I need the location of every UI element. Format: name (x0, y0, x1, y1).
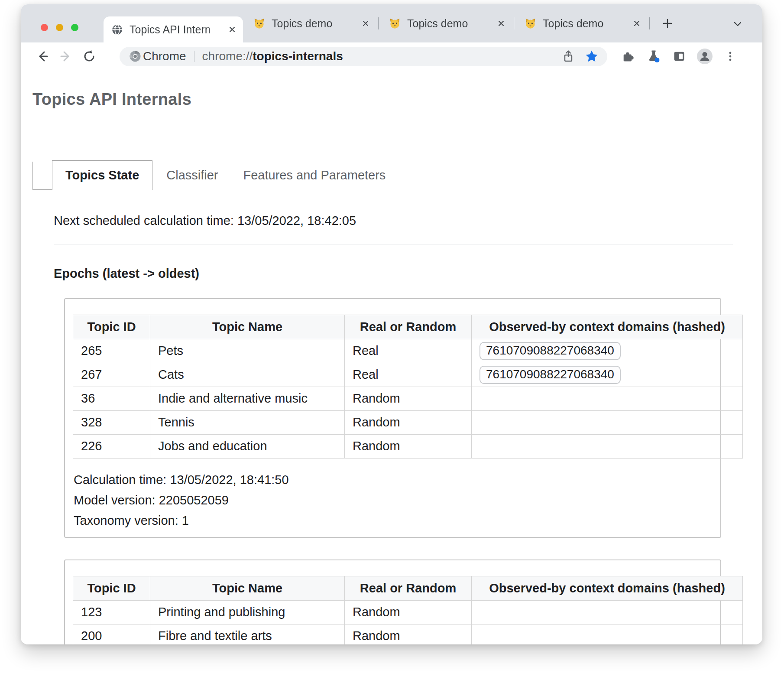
table-header-row: Topic IDTopic NameReal or RandomObserved… (73, 576, 743, 600)
bookmark-star-icon[interactable] (584, 49, 599, 64)
origin-chip-label: Chrome (143, 49, 186, 63)
real-or-random-cell: Random (345, 600, 472, 624)
epoch-meta: Calculation time: 13/05/2022, 18:41:50Mo… (74, 470, 720, 531)
cat-icon (525, 18, 536, 29)
url-text: chrome://topics-internals (202, 49, 343, 63)
menu-kebab-icon[interactable] (722, 48, 739, 65)
new-tab-button[interactable] (661, 17, 674, 30)
browser-tab-topics-internals[interactable]: Topics API Intern (104, 16, 243, 42)
tab-classifier[interactable]: Classifier (155, 161, 229, 190)
divider (54, 244, 733, 244)
observed-domains-cell (472, 410, 743, 434)
tab-close-icon[interactable] (227, 25, 237, 34)
tab-topics-state[interactable]: Topics State (52, 160, 152, 190)
tab-close-icon[interactable] (632, 19, 641, 28)
reload-button[interactable] (81, 48, 98, 65)
calculation-time: Calculation time: 13/05/2022, 18:41:50 (74, 470, 720, 490)
tab-overview-chevron-icon[interactable] (732, 18, 743, 29)
globe-icon (111, 24, 123, 36)
topic-name-cell: Tennis (150, 410, 345, 434)
observed-domains-cell (472, 387, 743, 410)
column-header: Topic Name (150, 315, 345, 339)
page-title: Topics API Internals (32, 90, 762, 109)
tab-title: Topics demo (272, 17, 357, 30)
real-or-random-cell: Random (345, 624, 472, 644)
epochs-heading: Epochs (latest -> oldest) (54, 267, 733, 281)
url-scheme: chrome:// (202, 49, 253, 63)
topic-id-cell: 36 (73, 387, 150, 410)
real-or-random-cell: Real (345, 363, 472, 387)
topic-id-cell: 265 (73, 339, 150, 363)
real-or-random-cell: Real (345, 339, 472, 363)
model-version: Model version: 2205052059 (74, 490, 720, 511)
tab-divider (649, 17, 650, 29)
zoom-window-button[interactable] (71, 24, 78, 31)
tab-close-icon[interactable] (496, 19, 506, 28)
next-calculation-time: Next scheduled calculation time: 13/05/2… (54, 214, 733, 228)
browser-window: Topics API Intern Topics demo (21, 4, 762, 644)
profile-avatar[interactable] (696, 48, 713, 65)
epoch-box: Topic IDTopic NameReal or RandomObserved… (64, 559, 721, 644)
page-tabs: Topics State Classifier Features and Par… (32, 160, 762, 190)
topic-id-cell: 226 (73, 434, 150, 458)
cat-icon (253, 18, 265, 29)
tab-baseline-stub (32, 162, 52, 190)
side-panel-icon[interactable] (671, 48, 688, 65)
column-header: Real or Random (345, 315, 472, 339)
forward-button[interactable] (57, 48, 75, 65)
hashed-domain-chip: 7610709088227068340 (479, 366, 621, 384)
column-header: Observed-by context domains (hashed) (472, 315, 743, 339)
tab-title: Topics API Intern (130, 23, 224, 36)
real-or-random-cell: Random (345, 410, 472, 434)
observed-domains-cell: 7610709088227068340 (472, 339, 743, 363)
page-content: Topics API Internals Topics State Classi… (21, 70, 762, 644)
omnibox-separator (194, 51, 194, 62)
observed-domains-cell (472, 600, 743, 624)
observed-domains-cell: 7610709088227068340 (472, 363, 743, 387)
topic-id-cell: 200 (73, 624, 150, 644)
table-header-row: Topic IDTopic NameReal or RandomObserved… (73, 315, 743, 339)
table-row: 265PetsReal7610709088227068340 (73, 339, 743, 363)
table-row: 123Printing and publishingRandom (73, 600, 743, 624)
extensions-puzzle-icon[interactable] (619, 48, 637, 65)
column-header: Topic Name (150, 576, 345, 600)
topics-state-panel: Next scheduled calculation time: 13/05/2… (54, 214, 733, 644)
observed-domains-cell (472, 624, 743, 644)
topic-id-cell: 328 (73, 410, 150, 434)
topic-name-cell: Printing and publishing (150, 600, 345, 624)
back-button[interactable] (34, 48, 51, 65)
minimize-window-button[interactable] (56, 24, 63, 31)
topic-name-cell: Pets (150, 339, 345, 363)
tab-features-and-parameters[interactable]: Features and Parameters (232, 161, 397, 190)
column-header: Topic ID (73, 576, 150, 600)
column-header: Topic ID (73, 315, 150, 339)
topic-id-cell: 123 (73, 600, 150, 624)
browser-tab-topics-demo-2[interactable]: Topics demo (379, 4, 514, 42)
table-row: 328TennisRandom (73, 410, 743, 434)
cat-icon (389, 18, 401, 29)
taxonomy-version: Taxonomy version: 1 (74, 511, 720, 531)
epoch-topics-table: Topic IDTopic NameReal or RandomObserved… (73, 315, 743, 459)
share-icon[interactable] (560, 49, 576, 64)
epoch-box: Topic IDTopic NameReal or RandomObserved… (64, 298, 721, 538)
browser-tab-topics-demo-1[interactable]: Topics demo (243, 4, 378, 42)
epoch-topics-table: Topic IDTopic NameReal or RandomObserved… (73, 576, 743, 644)
table-row: 226Jobs and educationRandom (73, 434, 743, 458)
url-host: topics-internals (253, 49, 343, 63)
topic-name-cell: Cats (150, 363, 345, 387)
observed-domains-cell (472, 434, 743, 458)
table-row: 36Indie and alternative musicRandom (73, 387, 743, 410)
hashed-domain-chip: 7610709088227068340 (479, 342, 621, 360)
close-window-button[interactable] (41, 24, 48, 31)
topic-id-cell: 267 (73, 363, 150, 387)
topic-name-cell: Indie and alternative music (150, 387, 345, 410)
browser-tab-strip: Topics API Intern Topics demo (21, 4, 762, 42)
column-header: Observed-by context domains (hashed) (472, 576, 743, 600)
tab-close-icon[interactable] (361, 19, 370, 28)
browser-tab-topics-demo-3[interactable]: Topics demo (514, 4, 649, 42)
experiments-flask-icon[interactable] (645, 48, 662, 65)
address-bar[interactable]: Chrome chrome://topics-internals (120, 47, 607, 66)
browser-toolbar: Chrome chrome://topics-internals (21, 42, 762, 70)
tab-title: Topics demo (543, 17, 628, 30)
window-controls (41, 24, 78, 31)
